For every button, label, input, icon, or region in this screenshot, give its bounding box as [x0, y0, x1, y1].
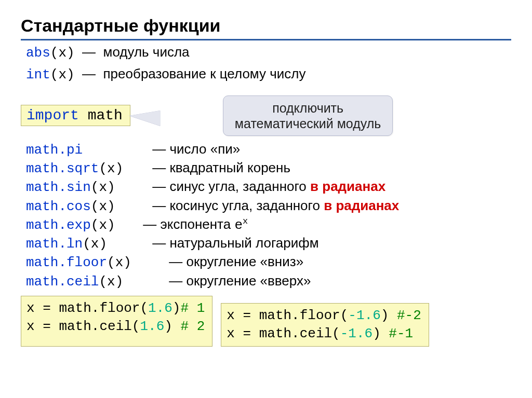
import-box: import math	[21, 105, 130, 126]
tooltip-connector	[129, 111, 161, 126]
examples-row: x = math.floor(1.6)# 1x = math.ceil(1.6)…	[21, 296, 511, 347]
function-line: math.ln(x) — натуральный логарифм	[26, 234, 511, 253]
intro-block: abs(x) — модуль числа int(x) — преобразо…	[21, 44, 511, 84]
function-line: math.ceil(x) — округление «вверх»	[26, 272, 511, 291]
function-line: math.exp(x) — экспонента ex	[26, 215, 511, 234]
function-line: math.cos(x) — косинус угла, заданного в …	[26, 197, 511, 215]
intro-line: int(x) — преобразование к целому числу	[26, 65, 511, 84]
function-line: math.pi — число «пи»	[26, 140, 511, 159]
example-box: x = math.floor(1.6)# 1x = math.ceil(1.6)…	[21, 296, 212, 347]
page-title: Стандартные функции	[21, 16, 511, 40]
function-list: math.pi — число «пи»math.sqrt(x) — квадр…	[26, 140, 511, 291]
example-box: x = math.floor(-1.6) #-2x = math.ceil(-1…	[221, 303, 429, 347]
function-line: math.sin(x) — синус угла, заданного в ра…	[26, 177, 511, 196]
function-line: math.sqrt(x) — квадратный корень	[26, 159, 511, 177]
intro-line: abs(x) — модуль числа	[26, 44, 511, 62]
function-line: math.floor(x) — округление «вниз»	[26, 253, 511, 271]
import-row: import math подключить математический мо…	[21, 95, 511, 136]
tooltip-box: подключить математический модуль	[223, 95, 393, 136]
